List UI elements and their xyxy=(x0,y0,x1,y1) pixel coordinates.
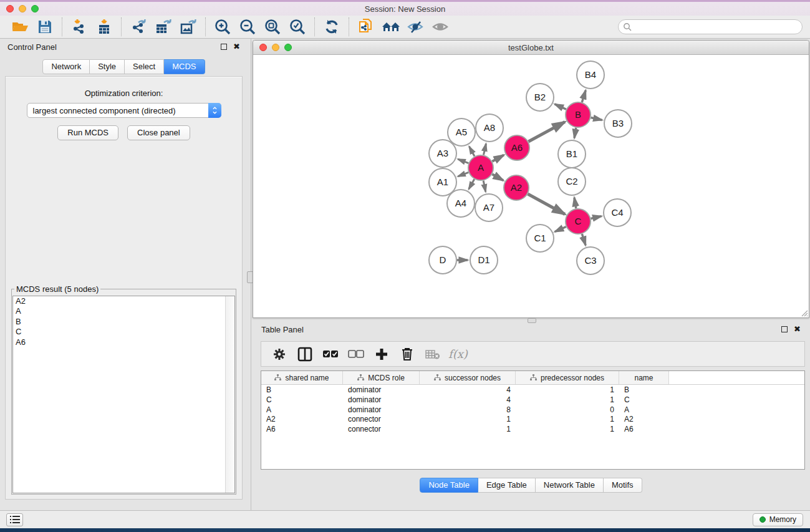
graph-edge-C-C1[interactable] xyxy=(555,226,566,231)
graph-edge-A-A5[interactable] xyxy=(469,147,475,157)
tab-motifs[interactable]: Motifs xyxy=(604,478,642,493)
import-table-button[interactable] xyxy=(92,17,117,36)
table-float-panel-icon[interactable] xyxy=(781,326,788,332)
delete-columns-button[interactable] xyxy=(397,345,417,364)
graph-edge-A-A3[interactable] xyxy=(458,159,468,163)
table-row[interactable]: Adominator80A xyxy=(261,405,804,415)
graph-edge-C-C2[interactable] xyxy=(574,198,576,209)
graph-edge-C-C3[interactable] xyxy=(582,234,586,245)
main-area: Control Panel ✖ NetworkStyleSelectMCDS O… xyxy=(0,39,810,510)
search-input[interactable] xyxy=(634,22,802,31)
node-table[interactable]: shared nameMCDS rolesuccessor nodesprede… xyxy=(261,370,805,470)
table-row[interactable]: A2connector11A2 xyxy=(261,414,804,424)
tab-mcds[interactable]: MCDS xyxy=(164,59,205,74)
mcds-result-item[interactable]: A xyxy=(13,306,234,316)
graph-edge-A-A4[interactable] xyxy=(469,179,475,189)
result-list-scrollbar[interactable] xyxy=(225,296,234,493)
graph-edge-A6-B[interactable] xyxy=(528,122,564,142)
mcds-result-list[interactable]: A2ABCA6 xyxy=(12,296,235,493)
criterion-dropdown[interactable]: largest connected component (directed) xyxy=(27,103,221,118)
graph-edge-B-B2[interactable] xyxy=(555,104,566,109)
table-cell: A xyxy=(619,405,669,415)
mcds-result-item[interactable]: A6 xyxy=(13,337,234,347)
function-builder-button[interactable]: f(x) xyxy=(448,345,468,364)
table-cell: 0 xyxy=(516,405,619,415)
graph-node-label-C: C xyxy=(575,216,582,226)
tab-network-table[interactable]: Network Table xyxy=(536,478,604,493)
close-panel-icon[interactable]: ✖ xyxy=(233,44,240,50)
toolbar-separator xyxy=(349,17,349,36)
table-row[interactable]: A6connector11A6 xyxy=(261,424,804,434)
mcds-result-group: MCDS result (5 nodes) A2ABCA6 xyxy=(11,284,236,495)
tab-style[interactable]: Style xyxy=(90,59,125,74)
tab-select[interactable]: Select xyxy=(125,59,164,74)
graph-node-label-A: A xyxy=(478,162,484,173)
graph-edge-B-B1[interactable] xyxy=(574,128,576,138)
export-table-button[interactable] xyxy=(151,17,176,36)
network-canvas[interactable]: AA1A2A3A4A5A6A7A8BB1B2B3B4CC1C2C3C4DD1 xyxy=(253,55,809,317)
graph-edge-A-A6[interactable] xyxy=(492,155,504,162)
zoom-in-button[interactable] xyxy=(210,17,235,36)
show-columns-button[interactable] xyxy=(295,345,315,364)
run-mcds-button[interactable]: Run MCDS xyxy=(57,125,118,140)
graph-edge-A2-C[interactable] xyxy=(528,194,564,214)
home-button[interactable] xyxy=(378,17,403,36)
window-resize-grip[interactable] xyxy=(800,309,808,317)
tab-edge-table[interactable]: Edge Table xyxy=(478,478,536,493)
plus-icon xyxy=(375,347,388,361)
delete-table-button[interactable] xyxy=(423,345,443,364)
main-toolbar xyxy=(0,16,810,39)
zoom-selected-button[interactable] xyxy=(285,17,310,36)
tab-network[interactable]: Network xyxy=(42,59,90,74)
memory-label: Memory xyxy=(769,515,796,524)
close-panel-button[interactable]: Close panel xyxy=(127,125,190,140)
column-header-predecessor-nodes[interactable]: predecessor nodes xyxy=(516,371,619,384)
column-header-successor-nodes[interactable]: successor nodes xyxy=(420,371,516,384)
table-row[interactable]: Cdominator41C xyxy=(261,395,804,405)
table-row[interactable]: Bdominator41B xyxy=(261,385,804,395)
table-options-button[interactable] xyxy=(269,345,289,364)
graph-edge-A-A7[interactable] xyxy=(483,181,486,192)
export-image-button[interactable] xyxy=(176,17,201,36)
unselect-all-columns-button[interactable] xyxy=(346,345,366,364)
graph-edge-B-B4[interactable] xyxy=(582,90,586,102)
memory-button[interactable]: Memory xyxy=(753,513,803,526)
mcds-result-item[interactable]: B xyxy=(13,317,234,327)
column-header-name[interactable]: name xyxy=(619,371,669,384)
graph-edge-C-C4[interactable] xyxy=(591,216,601,219)
graph-edge-A-A8[interactable] xyxy=(483,143,486,155)
mcds-result-item[interactable]: A2 xyxy=(13,296,234,306)
graph-edge-B-B3[interactable] xyxy=(591,117,602,120)
import-network-button[interactable] xyxy=(67,17,92,36)
add-column-button[interactable] xyxy=(372,345,392,364)
mcds-result-item[interactable]: C xyxy=(13,327,234,337)
network-graph[interactable]: AA1A2A3A4A5A6A7A8BB1B2B3B4CC1C2C3C4DD1 xyxy=(253,55,809,317)
float-panel-icon[interactable] xyxy=(221,44,227,50)
zoom-out-button[interactable] xyxy=(235,17,260,36)
select-all-columns-button[interactable] xyxy=(321,345,340,364)
attribute-tree-icon xyxy=(434,374,441,381)
apply-layout-button[interactable] xyxy=(319,17,344,36)
table-cell: A6 xyxy=(261,424,343,434)
graph-edge-A-A1[interactable] xyxy=(458,172,468,176)
column-header-shared-name[interactable]: shared name xyxy=(261,371,343,384)
export-network-button[interactable] xyxy=(126,17,151,36)
graph-edge-A-A2[interactable] xyxy=(492,174,503,180)
network-window-titlebar[interactable]: testGlobe.txt xyxy=(253,41,809,55)
open-session-button[interactable] xyxy=(7,17,32,36)
graph-node-label-B1: B1 xyxy=(566,148,577,159)
show-panels-button[interactable] xyxy=(428,17,453,36)
status-menu-button[interactable] xyxy=(6,513,23,526)
eye-slash-icon xyxy=(407,19,425,34)
table-header-row: shared nameMCDS rolesuccessor nodesprede… xyxy=(261,371,804,385)
hide-panels-button[interactable] xyxy=(403,17,428,36)
save-session-button[interactable] xyxy=(32,17,57,36)
search-field[interactable] xyxy=(618,19,803,34)
zoom-fit-button[interactable] xyxy=(260,17,285,36)
tab-node-table[interactable]: Node Table xyxy=(420,478,478,493)
network-from-file-button[interactable] xyxy=(354,17,378,36)
graph-node-label-A2: A2 xyxy=(511,182,522,193)
column-header-MCDS-role[interactable]: MCDS role xyxy=(343,371,420,384)
network-file-icon xyxy=(357,18,375,36)
table-close-panel-icon[interactable]: ✖ xyxy=(794,326,801,332)
